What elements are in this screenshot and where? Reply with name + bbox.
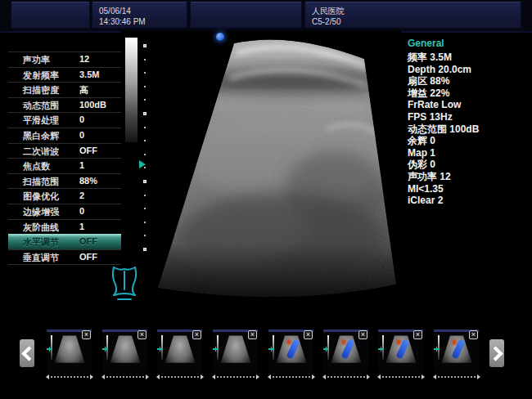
info-mi: MI<1.35 (408, 183, 530, 195)
header-bar: 05/06/14 14:30:46 PM 人民医院 C5-2/50 (0, 0, 532, 33)
hospital-name: 人民医院 (312, 6, 521, 16)
info-acoustic-power: 声功率 12 (408, 171, 530, 183)
close-icon[interactable]: × (304, 330, 313, 339)
thumbnail-filmstrip: × × × × × (0, 325, 532, 399)
thumbnail-caption-dots (438, 376, 476, 378)
thumbnail-3[interactable]: × (157, 330, 202, 380)
info-dynamic-range: 动态范围 100dB (408, 123, 530, 136)
info-iclear: iClear 2 (408, 195, 530, 207)
info-depth: Depth 20.0cm (408, 64, 530, 76)
thumbnail-2[interactable]: × (102, 330, 147, 380)
info-gain: 增益 22% (408, 87, 530, 100)
close-icon[interactable]: × (192, 330, 201, 339)
thumbnail-caption-dots (327, 376, 365, 378)
param-row-acoustic-power[interactable]: 声功率 12 (8, 52, 121, 67)
param-row-smoothing[interactable]: 平滑处理 0 (8, 112, 121, 128)
param-row-vertical-adjust[interactable]: 垂直调节 OFF (8, 249, 121, 266)
close-icon[interactable]: × (138, 330, 147, 339)
thumbnail-caption-dots (217, 376, 255, 378)
datetime-box: 05/06/14 14:30:46 PM (92, 2, 187, 29)
grayscale-bar (125, 38, 138, 142)
thumbnail-5-doppler[interactable]: × (268, 330, 313, 380)
preset-title: General (408, 38, 530, 49)
ultrasound-sector-image (121, 31, 401, 319)
info-persistence: 余辉 0 (408, 135, 530, 147)
param-row-bw-persistence[interactable]: 黑白余辉 0 (8, 128, 121, 143)
probe-orientation-dot (216, 33, 224, 41)
thumbnail-caption-dots (382, 376, 420, 378)
chevron-left-icon (21, 346, 36, 361)
header-blank-box-1 (11, 2, 90, 29)
thumbnail-7-doppler[interactable]: × (378, 330, 423, 380)
param-row-gray-curve[interactable]: 灰阶曲线 1 (8, 219, 121, 235)
param-row-scan-density[interactable]: 扫描密度 高 (8, 82, 121, 97)
body-marker-icon[interactable] (109, 262, 140, 303)
param-row-image-optimize[interactable]: 图像优化 2 (8, 188, 121, 204)
time-label: 14:30:46 PM (99, 16, 187, 27)
header-blank-box-2 (190, 2, 302, 29)
param-row-focus-number[interactable]: 焦点数 1 (8, 158, 121, 173)
ultrasound-screen: 05/06/14 14:30:46 PM 人民医院 C5-2/50 声功率 12… (0, 0, 532, 399)
filmstrip-next-button[interactable] (489, 339, 504, 367)
close-icon[interactable]: × (413, 330, 422, 339)
param-row-horizontal-adjust-selected[interactable]: 水平调节 OFF (8, 234, 121, 249)
close-icon[interactable]: × (82, 330, 91, 339)
probe-model: C5-2/50 (312, 16, 521, 27)
thumbnail-caption-dots (106, 376, 144, 378)
thumbnail-4[interactable]: × (213, 330, 258, 380)
parameter-panel: 声功率 12 发射频率 3.5M 扫描密度 高 动态范围 100dB 平滑处理 … (8, 52, 121, 265)
thumbnail-1[interactable]: × (47, 330, 92, 380)
thumbnail-caption-dots (51, 376, 88, 378)
param-row-tx-frequency[interactable]: 发射频率 3.5M (8, 67, 121, 83)
param-row-harmonic[interactable]: 二次谐波 OFF (8, 143, 121, 159)
thumbnail-6-doppler[interactable]: × (323, 330, 368, 380)
info-frame-rate: FrRate Low (408, 99, 530, 111)
date-label: 05/06/14 (99, 6, 187, 16)
info-panel: General 频率 3.5M Depth 20.0cm 扇区 88% 增益 2… (408, 38, 530, 207)
thumbnail-caption-dots (161, 376, 199, 378)
depth-scale-minor-ticks (144, 45, 146, 251)
thumbnail-caption-dots (273, 376, 310, 378)
ultrasound-image-area (121, 31, 401, 319)
info-sector: 扇区 88% (408, 75, 530, 87)
close-icon[interactable]: × (469, 330, 478, 339)
info-pseudo-color: 伪彩 0 (408, 159, 530, 171)
chevron-right-icon (488, 346, 503, 361)
param-row-edge-enhance[interactable]: 边缘增强 0 (8, 204, 121, 219)
filmstrip-prev-button[interactable] (20, 339, 34, 367)
close-icon[interactable]: × (248, 330, 257, 339)
info-map: Map 1 (408, 147, 530, 159)
info-frequency: 频率 3.5M (408, 52, 530, 64)
thumbnail-8-doppler[interactable]: × (434, 330, 479, 380)
close-icon[interactable]: × (358, 330, 367, 339)
focus-arrow-icon[interactable] (139, 160, 146, 168)
param-row-dynamic-range[interactable]: 动态范围 100dB (8, 97, 121, 113)
hospital-box: 人民医院 C5-2/50 (304, 2, 521, 29)
param-row-scan-range[interactable]: 扫描范围 88% (8, 173, 121, 189)
info-fps: FPS 13Hz (408, 111, 530, 123)
